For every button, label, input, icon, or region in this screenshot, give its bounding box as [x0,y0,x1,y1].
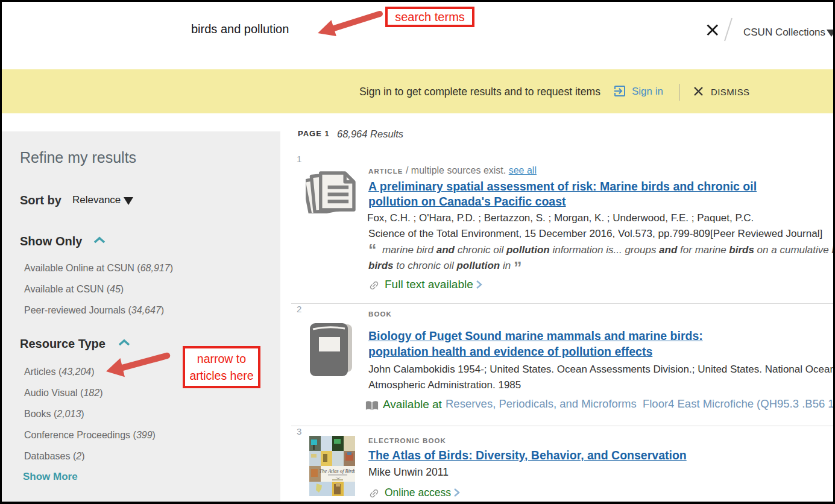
svg-text:The Atlas of Birds: The Atlas of Birds [319,468,355,474]
